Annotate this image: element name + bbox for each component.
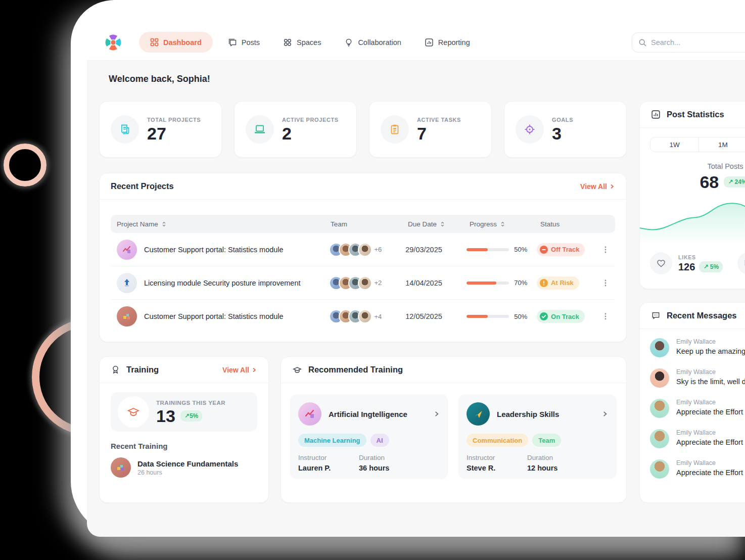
section-title: Recommended Training (308, 365, 403, 375)
lightbulb-icon (344, 38, 353, 47)
nav-item-spaces[interactable]: Spaces (275, 32, 329, 53)
progress-cell: 50% (467, 246, 537, 253)
due-date: 14/04/2025 (405, 279, 467, 287)
heart-icon (650, 252, 672, 274)
avatar (650, 429, 669, 448)
backdrop: Dashboard Posts Spaces Collaboration (0, 0, 745, 560)
medal-icon (111, 365, 120, 375)
duration-value: 12 hours (527, 464, 588, 472)
message-text: Sky is the limit, well d (676, 378, 745, 386)
target-icon (516, 115, 544, 144)
page-title: Welcome back, Sophia! (109, 74, 210, 84)
status-cell: Off Track (537, 243, 602, 256)
project-avatar (117, 306, 137, 326)
search-box[interactable] (632, 32, 745, 53)
message-item[interactable]: Emily Wallace Keep up the amazing (650, 338, 745, 357)
stats-row: TOTAL PROJECTS 27 ACTIVE PROJECTS 2 (99, 101, 627, 158)
stat-card-active-projects: ACTIVE PROJECTS 2 (234, 101, 357, 158)
nav-item-collaboration[interactable]: Collaboration (336, 32, 409, 53)
view-all-label: View All (222, 366, 249, 374)
kebab-icon (602, 279, 609, 287)
message-item[interactable]: Emily Wallace Appreciate the Effort (650, 429, 745, 448)
message-item[interactable]: Emily Wallace Sky is the limit, well d (650, 368, 745, 388)
message-text: Appreciate the Effort (676, 438, 745, 446)
stat-label: GOALS (552, 117, 573, 123)
instructor-value: Steve R. (467, 464, 527, 472)
project-avatar (117, 240, 137, 260)
tag: Machine Learning (298, 434, 366, 447)
projects-table: Project Name Team Due Date Progress (100, 200, 626, 333)
likes-stat: LIKES 126 ↗ 5% (650, 252, 723, 274)
app-logo-icon[interactable] (104, 33, 123, 52)
team-extra-count: +4 (375, 313, 382, 320)
trend-badge: ↗5% (180, 410, 202, 422)
recommended-course-card[interactable]: Artificial Ingtelligence Machine Learnin… (290, 394, 448, 479)
message-sender: Emily Wallace (676, 399, 745, 406)
team-avatars: +6 (329, 243, 406, 257)
nav-item-reporting[interactable]: Reporting (416, 32, 478, 53)
stat-value: 13 (156, 407, 175, 425)
column-header-name[interactable]: Project Name (117, 220, 331, 228)
progress-bar (467, 248, 509, 251)
course-avatar (298, 402, 321, 426)
stat-value: 7 (417, 125, 461, 142)
status-label: Off Track (551, 246, 579, 253)
progress-percent: 70% (514, 279, 527, 287)
status-badge: At Risk (537, 276, 579, 290)
receipt-icon (111, 115, 139, 144)
clipboard-icon (381, 115, 409, 144)
course-open-button[interactable] (601, 410, 609, 417)
message-icon (651, 311, 661, 320)
column-header-status: Status (540, 220, 606, 228)
trend-badge: ↗ 24% (724, 176, 745, 188)
project-name: Licensing module Security posture improv… (144, 279, 300, 287)
view-all-projects-link[interactable]: View All (580, 182, 615, 191)
table-row[interactable]: Licensing module Security posture improv… (111, 266, 615, 300)
column-label: Status (540, 220, 560, 228)
range-1w-button[interactable]: 1W (650, 137, 699, 152)
range-1m-button[interactable]: 1M (699, 137, 745, 152)
row-menu-button[interactable] (602, 246, 609, 254)
project-name: Customer Support portal: Statistics modu… (144, 246, 284, 254)
kebab-icon (602, 312, 609, 320)
total-posts-label: Total Posts (640, 162, 745, 170)
nav-label: Dashboard (163, 38, 202, 46)
column-header-progress[interactable]: Progress (470, 220, 540, 228)
message-item[interactable]: Emily Wallace Appreciate the Effort (650, 399, 745, 418)
team-extra-count: +6 (375, 246, 382, 253)
stat-label: ACTIVE TASKS (417, 117, 461, 123)
nav-item-dashboard[interactable]: Dashboard (139, 32, 213, 53)
row-menu-button[interactable] (602, 312, 609, 320)
project-cell: Licensing module Security posture improv… (117, 273, 329, 293)
column-header-due[interactable]: Due Date (408, 220, 470, 228)
table-row[interactable]: Customer Support portal: Statistics modu… (111, 300, 615, 333)
progress-cell: 70% (467, 279, 537, 287)
row-menu-button[interactable] (602, 279, 609, 287)
duration-label: Duration (359, 454, 420, 461)
progress-bar (467, 315, 509, 318)
project-avatar (117, 273, 137, 293)
navbar: Dashboard Posts Spaces Collaboration (87, 24, 745, 61)
tag: Communication (467, 434, 528, 447)
course-open-button[interactable] (433, 410, 440, 417)
search-icon (638, 38, 647, 47)
message-item[interactable]: Emily Wallace Appreciate the Effort (650, 459, 745, 479)
app-window: Dashboard Posts Spaces Collaboration (87, 24, 745, 537)
recent-training-item[interactable]: Data Science Fundamentals 26 hours (111, 457, 257, 478)
stat-value: 27 (147, 125, 201, 142)
nav-label: Reporting (438, 38, 470, 46)
recommended-course-card[interactable]: Leadership Skills Communication Team Ins… (458, 394, 617, 479)
search-input[interactable] (651, 38, 745, 46)
status-cell: On Track (537, 310, 602, 323)
spaces-icon (283, 38, 292, 47)
messages-list: Emily Wallace Keep up the amazing Emily … (640, 329, 745, 479)
message-sender: Emily Wallace (676, 338, 745, 345)
section-title: Recent Messages (667, 311, 737, 320)
nav-item-posts[interactable]: Posts (220, 32, 268, 53)
table-row[interactable]: Customer Support portal: Statistics modu… (111, 233, 615, 266)
team-extra-count: +2 (375, 279, 382, 287)
progress-percent: 50% (514, 313, 527, 320)
training-avatar (111, 457, 131, 478)
view-all-training-link[interactable]: View All (222, 366, 257, 374)
sort-icon (499, 221, 506, 227)
